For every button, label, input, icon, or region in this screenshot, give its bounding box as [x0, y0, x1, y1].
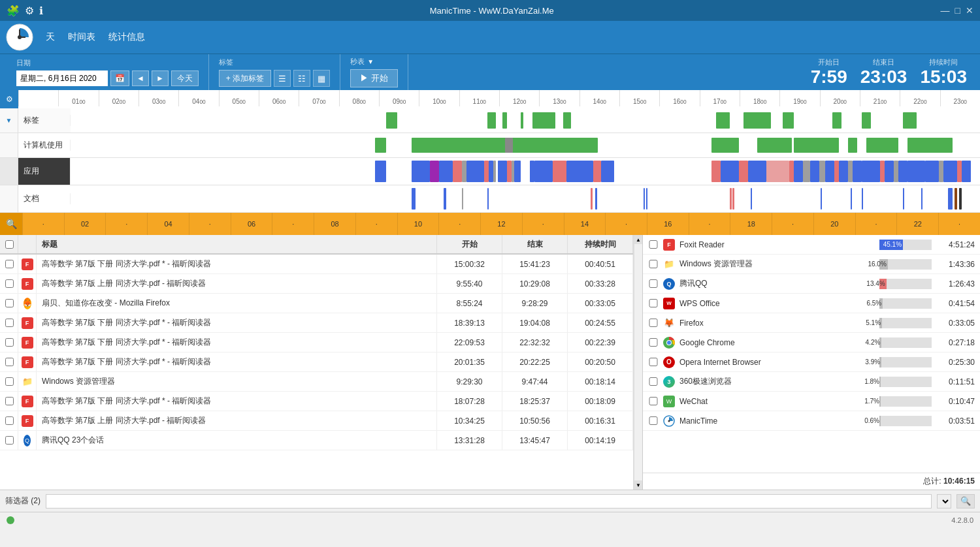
apps-timeline[interactable]: [71, 158, 980, 185]
th-end[interactable]: 结束: [502, 235, 568, 253]
stats-body[interactable]: F Foxit Reader 45.1% 4:51:24 📁 Windows 资…: [643, 235, 980, 473]
stopwatch-group: 秒表 ▼ ▶ 开始: [350, 57, 398, 87]
stat-checkbox[interactable]: [648, 416, 659, 425]
row-check[interactable]: [0, 274, 18, 293]
app-stat-row: F Foxit Reader 45.1% 4:51:24: [643, 235, 980, 255]
app-stat-row: O Opera Internet Browser 3.9% 0:25:30: [643, 352, 980, 372]
next-day-button[interactable]: ►: [152, 70, 169, 86]
stopwatch-dropdown-icon[interactable]: ▼: [367, 58, 374, 65]
table-row: 📁 Windows 资源管理器 9:29:30 9:47:44 00:18:14: [0, 372, 633, 392]
search-icon[interactable]: 🔍: [0, 213, 22, 235]
docs-track-expand[interactable]: [0, 185, 18, 212]
row-duration: 00:33:28: [568, 274, 633, 293]
apps-track-expand[interactable]: [0, 158, 18, 185]
app-stats-panel: F Foxit Reader 45.1% 4:51:24 📁 Windows 资…: [643, 235, 980, 490]
row-end: 13:45:47: [502, 431, 568, 450]
list-view-button-1[interactable]: ☰: [274, 70, 291, 87]
stat-checkbox[interactable]: [648, 279, 659, 288]
row-check[interactable]: [0, 392, 18, 411]
stats-inner: F Foxit Reader 45.1% 4:51:24 📁 Windows 资…: [643, 235, 980, 490]
date-section-label: 日期: [16, 58, 31, 68]
filter-input[interactable]: [46, 494, 932, 508]
settings-icon[interactable]: ⚙: [25, 5, 34, 17]
tags-timeline[interactable]: [71, 108, 980, 133]
stat-bar: 45.1%: [879, 240, 903, 250]
stat-name: Google Chrome: [679, 338, 875, 347]
list-view-button-2[interactable]: ☷: [293, 70, 310, 87]
timeline-settings-icon[interactable]: ⚙: [0, 90, 18, 108]
computer-timeline[interactable]: [71, 133, 980, 157]
stat-checkbox[interactable]: [648, 338, 659, 347]
row-check[interactable]: [0, 294, 18, 313]
stat-checkbox[interactable]: [648, 377, 659, 386]
today-button[interactable]: 今天: [171, 70, 199, 86]
puzzle-icon[interactable]: 🧩: [7, 5, 20, 17]
add-tag-button[interactable]: + 添加标签: [219, 70, 271, 87]
maximize-button[interactable]: □: [955, 5, 960, 16]
filter-search-button[interactable]: 🔍: [956, 494, 975, 508]
stopwatch-controls: ▶ 开始: [350, 69, 398, 87]
docs-track: 文档: [0, 185, 980, 213]
nav-item-day[interactable]: 天: [39, 27, 61, 47]
th-title[interactable]: 标题: [37, 235, 437, 253]
computer-track-label: 计算机使用: [18, 140, 71, 151]
scroll-up-arrow[interactable]: ▲: [634, 235, 642, 244]
computer-track: 计算机使用: [0, 133, 980, 158]
orange-mark-14: 14: [564, 213, 606, 235]
row-title: 高等数学 第7版 下册 同济大学.pdf * - 福昕阅读器: [37, 255, 437, 274]
orange-mark-5: ·: [438, 213, 480, 235]
stat-icon: Q: [662, 277, 676, 290]
end-time-label: 结束日: [860, 57, 907, 67]
list-view-button-3[interactable]: ▦: [313, 70, 330, 87]
docs-timeline[interactable]: [71, 185, 980, 212]
table-scrollbar[interactable]: ▲ ▼: [634, 235, 643, 490]
scroll-down-arrow[interactable]: ▼: [634, 480, 642, 490]
stat-checkbox[interactable]: [648, 299, 659, 307]
orange-mark-06: 06: [231, 213, 272, 235]
stat-checkbox[interactable]: [648, 240, 659, 249]
row-check[interactable]: [0, 333, 18, 352]
duration-block: 持续时间 15:03: [920, 57, 967, 87]
scroll-track[interactable]: [634, 244, 642, 480]
minimize-button[interactable]: —: [941, 5, 950, 16]
select-all-checkbox[interactable]: [5, 240, 14, 249]
stat-checkbox[interactable]: [648, 358, 659, 366]
row-check[interactable]: [0, 372, 18, 391]
orange-mark-20: 20: [813, 213, 855, 235]
prev-day-button[interactable]: ◄: [132, 70, 149, 86]
nav-item-stats[interactable]: 统计信息: [102, 27, 152, 47]
stat-checkbox[interactable]: [648, 319, 659, 327]
row-check[interactable]: [0, 255, 18, 274]
ruler-hour-23: 2300: [940, 90, 980, 106]
computer-track-expand[interactable]: [0, 133, 18, 157]
stat-bar-container: 16.0%: [879, 259, 932, 270]
row-check[interactable]: [0, 352, 18, 371]
th-duration[interactable]: 持续时间: [568, 235, 633, 253]
row-check[interactable]: [0, 431, 18, 450]
calendar-button[interactable]: 📅: [110, 70, 129, 86]
timeline-container: ⚙ 0100 0200 0300 0400 0500 0600 0700 080…: [0, 90, 980, 213]
filter-dropdown[interactable]: [937, 494, 951, 508]
ruler-hour-3: 0300: [139, 90, 178, 106]
stat-time: 0:10:47: [936, 397, 975, 406]
table-body[interactable]: F 高等数学 第7版 下册 同济大学.pdf * - 福昕阅读器 15:00:3…: [0, 255, 633, 490]
stat-bar: 4.2%: [879, 337, 881, 348]
tags-track-toggle[interactable]: ▼: [0, 108, 18, 133]
stat-checkbox[interactable]: [648, 260, 659, 268]
date-input[interactable]: [16, 70, 108, 86]
nav-item-schedule[interactable]: 时间表: [61, 27, 102, 47]
row-icon: F: [18, 255, 37, 274]
stat-bar-container: 45.1%: [879, 240, 932, 250]
stat-checkbox[interactable]: [648, 397, 659, 405]
th-start[interactable]: 开始: [437, 235, 502, 253]
start-button[interactable]: ▶ 开始: [350, 69, 398, 87]
table-row: F 高等数学 第7版 上册 同济大学.pdf - 福昕阅读器 10:34:25 …: [0, 411, 633, 431]
orange-mark-8: ·: [689, 213, 730, 235]
row-title: Windows 资源管理器: [37, 372, 437, 391]
row-check[interactable]: [0, 313, 18, 332]
row-end: 10:29:08: [502, 274, 568, 293]
row-start: 13:31:28: [437, 431, 502, 450]
close-button[interactable]: ✕: [966, 5, 973, 16]
toolbar: 日期 📅 ◄ ► 今天 标签 + 添加标签 ☰ ☷ ▦ 秒表: [0, 54, 980, 90]
row-check[interactable]: [0, 411, 18, 430]
